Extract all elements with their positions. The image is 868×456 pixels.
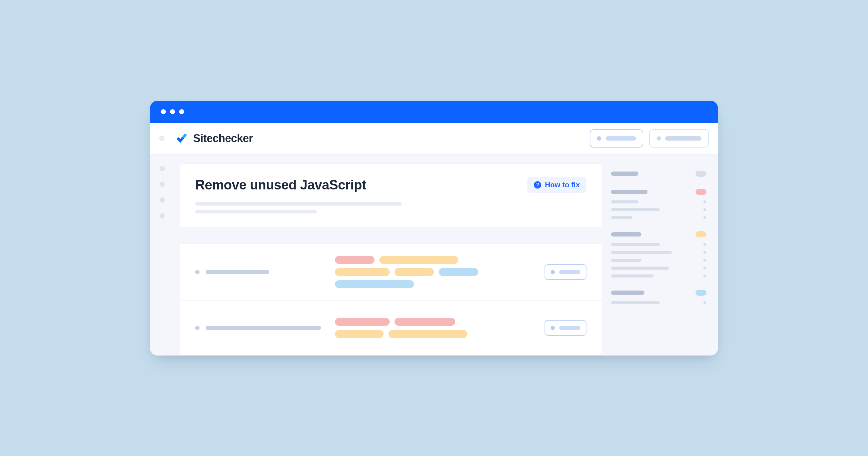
sitechecker-logo-icon [175,132,188,145]
placeholder-dot [703,259,706,262]
status-badge [695,290,706,296]
placeholder-dot [703,243,706,246]
how-to-fix-button[interactable]: ? How to fix [527,177,586,193]
status-badge [695,231,706,237]
placeholder-bar [611,251,672,254]
placeholder-bar [611,259,642,262]
placeholder-dot [551,326,555,330]
tag [395,268,434,276]
sidebar-item[interactable] [611,200,706,203]
tag [335,268,390,276]
row-action [545,320,586,336]
sidebar-item[interactable] [611,301,706,304]
placeholder-bar [611,274,654,278]
placeholder-bar [611,216,632,219]
sidebar-group [611,189,706,219]
status-badge [695,171,706,177]
tag [335,330,383,338]
tag [439,268,478,276]
issue-description-placeholder [195,202,586,214]
placeholder-dot [551,270,555,274]
placeholder-bar [611,301,660,304]
placeholder-dot [597,136,601,140]
placeholder-dot [195,326,199,330]
nav-item[interactable] [159,197,165,203]
main-panel: Remove unused JavaScript ? How to fix [180,163,602,356]
tag [389,330,467,338]
placeholder-bar [611,171,639,176]
browser-window: Sitechecker Remo [150,101,718,356]
placeholder-bar [611,200,639,203]
window-control-close[interactable] [161,109,166,114]
placeholder-dot [703,301,706,304]
sidebar-group-header[interactable] [611,290,706,296]
table-row [180,300,602,355]
menu-toggle[interactable] [159,136,165,141]
placeholder-bar [606,136,636,140]
row-label [195,326,335,330]
how-to-fix-label: How to fix [545,181,580,189]
tag [335,256,374,264]
sidebar-item[interactable] [611,243,706,246]
placeholder-bar [611,232,642,236]
header-actions [590,129,709,148]
placeholder-dot [703,266,706,270]
placeholder-bar [206,326,321,330]
sidebar-group [611,290,706,304]
sidebar-group-header[interactable] [611,171,706,177]
placeholder-dot [657,136,661,140]
brand[interactable]: Sitechecker [175,132,253,145]
placeholder-dot [703,216,706,219]
nav-item[interactable] [159,213,165,219]
sidebar-group [611,171,706,177]
placeholder-bar [611,291,645,295]
page-title: Remove unused JavaScript [195,177,366,193]
sidebar-item[interactable] [611,266,706,270]
nav-rail [150,155,174,356]
placeholder-bar [611,243,660,246]
row-action-button[interactable] [545,320,586,336]
row-label [195,270,335,274]
window-control-maximize[interactable] [179,109,184,114]
placeholder-dot [195,270,199,274]
row-action-button[interactable] [545,264,586,280]
row-action [545,264,586,280]
sidebar-item[interactable] [611,216,706,219]
sidebar-item[interactable] [611,274,706,278]
placeholder-dot [703,251,706,254]
right-sidebar [609,163,710,356]
placeholder-dot [703,200,706,203]
row-tags [335,256,505,288]
sidebar-group [611,231,706,278]
header-secondary-button[interactable] [649,129,709,148]
tag [335,318,390,326]
placeholder-bar [611,190,648,194]
nav-item[interactable] [159,166,165,171]
issue-card-header: Remove unused JavaScript ? How to fix [180,164,602,227]
tag [395,318,455,326]
sidebar-group-header[interactable] [611,189,706,195]
placeholder-dot [703,208,706,211]
brand-name: Sitechecker [193,132,253,145]
window-titlebar [150,101,718,123]
sidebar-group-items [611,243,706,278]
sidebar-item[interactable] [611,208,706,211]
header-primary-button[interactable] [590,129,643,148]
placeholder-bar [206,270,269,274]
sidebar-group-items [611,200,706,219]
tag [335,280,414,288]
nav-item[interactable] [159,182,165,187]
placeholder-bar [559,270,580,274]
placeholder-bar [611,208,660,211]
app-header: Sitechecker [150,123,718,155]
window-control-minimize[interactable] [170,109,175,114]
sidebar-item[interactable] [611,259,706,262]
table-header-placeholder [180,227,602,244]
placeholder-bar [665,136,702,140]
sidebar-item[interactable] [611,251,706,254]
status-badge [695,189,706,195]
placeholder-dot [703,274,706,278]
sidebar-group-header[interactable] [611,231,706,237]
row-tags [335,318,505,338]
app-body: Remove unused JavaScript ? How to fix [150,155,718,356]
